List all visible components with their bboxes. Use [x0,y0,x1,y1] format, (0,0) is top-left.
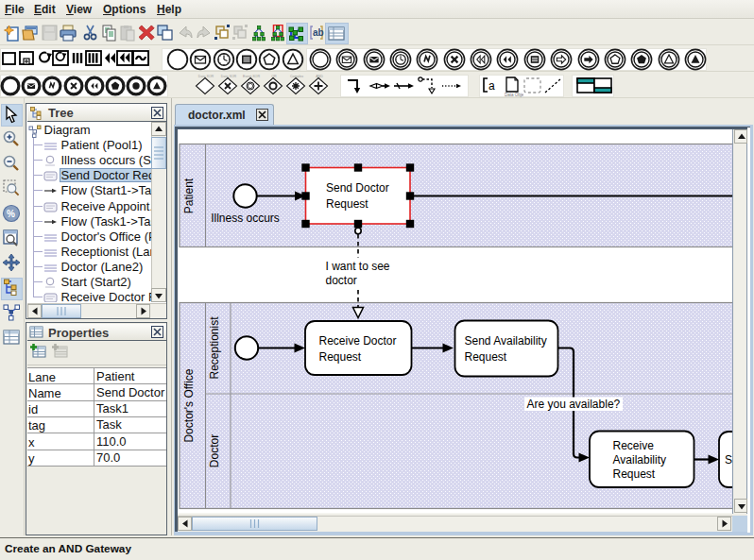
svg-text:ab: ab [313,27,324,38]
svg-text:Receptionist: Receptionist [207,316,220,380]
svg-text:Request: Request [318,350,361,364]
svg-text:Illness occurs: Illness occurs [211,212,280,225]
svg-text:Request: Request [612,467,655,481]
svg-text:Request: Request [326,197,368,211]
svg-text:Data Object: Data Object [505,93,523,97]
svg-text:Send Availability: Send Availability [464,334,546,348]
svg-text:Se: Se [725,453,733,467]
svg-text:I want to see: I want to see [325,260,389,273]
svg-text:doctor: doctor [325,274,356,287]
svg-text:%: % [7,209,15,219]
svg-text:Doctor: Doctor [207,434,220,467]
svg-text:Availability: Availability [612,453,665,467]
svg-text:Request: Request [464,350,506,364]
svg-text:Doctor's Office: Doctor's Office [182,368,196,442]
svg-text:Are you available?: Are you available? [526,398,620,411]
svg-text:a: a [488,79,495,93]
svg-text:Send Doctor: Send Doctor [326,181,389,195]
svg-text:Receive: Receive [612,439,654,452]
svg-text:Receive Doctor: Receive Doctor [318,334,396,348]
svg-text:Patient: Patient [182,178,196,213]
